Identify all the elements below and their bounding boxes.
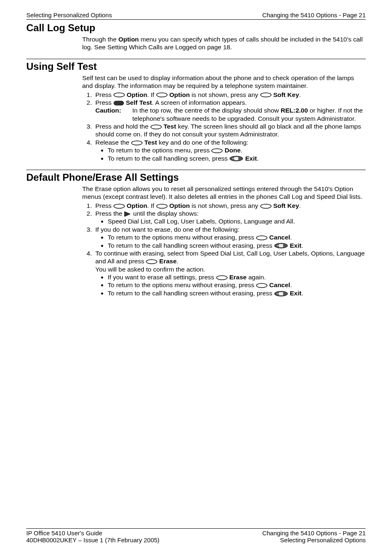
softkey-icon (150, 124, 162, 129)
bullet-exit: To return to the call handling screen wi… (108, 289, 366, 297)
section-self-test-body: Self test can be used to display informa… (82, 74, 366, 162)
svg-point-10 (114, 204, 125, 208)
section-call-log-setup-body: Through the Option menu you can specify … (82, 35, 366, 51)
svg-point-11 (157, 204, 167, 208)
text: . (299, 91, 301, 98)
softkey-label: Soft Key (273, 202, 299, 209)
page-footer: IP Office 5410 User's Guide Changing the… (26, 528, 366, 543)
text: . (302, 290, 303, 297)
erase-label: Erase (229, 274, 247, 281)
section-call-log-setup-title: Call Log Setup (26, 22, 366, 34)
text: Press the (95, 210, 124, 217)
self-test-label: Self Test (126, 99, 152, 106)
svg-point-18 (217, 276, 227, 280)
step3-bullets: To return to the options menu without er… (95, 233, 366, 249)
bullet-cancel: To return to the options menu without er… (108, 281, 366, 289)
section-default-erase-title: Default Phone/Erase All Settings (26, 172, 366, 183)
section-default-erase-body: The Erase option allows you to reset all… (82, 185, 366, 297)
bullet-erase-again: If you want to erase all settings, press… (108, 273, 366, 281)
step-2: Press Self Test. A screen of information… (94, 99, 366, 122)
footer-left-2: 40DHB0002UKEY – Issue 1 (7th February 20… (26, 537, 159, 543)
done-label: Done (225, 147, 241, 154)
cancel-label: Cancel (269, 281, 290, 288)
text: . A screen of information appears. (152, 99, 247, 106)
text: . (290, 281, 292, 288)
softkey-icon (113, 92, 125, 97)
svg-point-4 (151, 125, 161, 129)
text: You will be asked to confirm the action. (95, 266, 205, 273)
text: To return to the call handling screen, p… (108, 155, 229, 162)
section-rule (26, 170, 366, 170)
text: Release the (95, 139, 131, 146)
step-1: Press Option. If Option is not shown, pr… (94, 91, 366, 99)
svg-point-0 (114, 93, 125, 97)
step4-bullets: If you want to erase all settings, press… (95, 273, 366, 297)
text: . (241, 147, 242, 154)
cancel-label: Cancel (269, 234, 290, 241)
step-3: Press and hold the Test key. The screen … (94, 122, 366, 138)
softkey-icon (156, 204, 168, 209)
text: . (290, 234, 292, 241)
exit-key-icon (274, 243, 288, 249)
svg-rect-21 (279, 292, 283, 295)
text: until the display shows: (133, 210, 198, 217)
footer-left-1: IP Office 5410 User's Guide (26, 530, 102, 537)
bullet-exit: To return to the call handling screen wi… (108, 242, 366, 249)
softkey-icon (256, 283, 267, 288)
option-label: Option (127, 202, 147, 209)
footer-right-2: Selecting Personalized Options (280, 537, 366, 543)
step-2: Press the until the display shows: Speed… (94, 210, 366, 226)
softkey-icon (113, 204, 125, 209)
text: To return to the call handling screen wi… (108, 290, 274, 297)
page-header: Selecting Personalized Options Changing … (26, 12, 366, 18)
text: In the top row, the centre of the displa… (132, 107, 281, 114)
text: To return to the options menu, press (108, 147, 211, 154)
svg-rect-8 (234, 157, 238, 160)
text: To return to the call handling screen wi… (108, 242, 274, 249)
self-test-steps: Press Option. If Option is not shown, pr… (82, 91, 366, 162)
exit-label: Exit (245, 155, 257, 162)
svg-point-1 (157, 93, 167, 97)
text: If you want to erase all settings, press (108, 274, 216, 281)
svg-point-12 (261, 204, 271, 208)
caution: Caution: In the top row, the centre of t… (95, 106, 366, 122)
softkey-icon (260, 204, 272, 209)
text: again. (247, 274, 266, 281)
call-log-setup-para: Through the Option menu you can specify … (82, 35, 366, 51)
exit-label: Exit (290, 290, 301, 297)
nav-right-icon (124, 211, 131, 217)
step-4: Release the Test key and do one of the f… (94, 138, 366, 162)
text: Press (95, 202, 113, 209)
text: To return to the options menu without er… (108, 234, 256, 241)
page: Selecting Personalized Options Changing … (0, 0, 392, 555)
option-label: Option (118, 36, 139, 43)
svg-point-5 (131, 141, 142, 145)
text: Press (95, 91, 113, 98)
softkey-icon (146, 259, 157, 264)
text: . (257, 155, 258, 162)
footer-line-2: 40DHB0002UKEY – Issue 1 (7th February 20… (26, 537, 366, 543)
option-label: Option (127, 91, 147, 98)
svg-point-6 (212, 149, 222, 153)
caution-text: In the top row, the centre of the displa… (132, 106, 366, 122)
test-label: Test (164, 123, 176, 130)
softkey-icon (256, 235, 267, 240)
softkey-label: Soft Key (273, 91, 299, 98)
exit-key-icon (229, 156, 243, 161)
bullet-exit: To return to the call handling screen, p… (108, 154, 366, 162)
option-label: Option (169, 91, 190, 98)
text: is not shown, press any (190, 202, 260, 209)
step-1: Press Option. If Option is not shown, pr… (94, 202, 366, 210)
svg-point-13 (256, 236, 267, 240)
step-4: To continue with erasing, select from Sp… (94, 249, 366, 297)
section-self-test-title: Using Self Test (26, 61, 366, 72)
bullet-cancel: To return to the options menu without er… (108, 233, 366, 241)
text: . If (147, 91, 156, 98)
self-test-intro: Self test can be used to display informa… (82, 74, 366, 90)
text: key and do one of the following: (157, 139, 248, 146)
footer-line-1: IP Office 5410 User's Guide Changing the… (26, 530, 366, 537)
softkey-icon (131, 140, 143, 145)
text: Press and hold the (95, 123, 150, 130)
text: . (177, 258, 178, 265)
bullet-display-shows: Speed Dial List, Call Log, User Labels, … (108, 217, 366, 225)
